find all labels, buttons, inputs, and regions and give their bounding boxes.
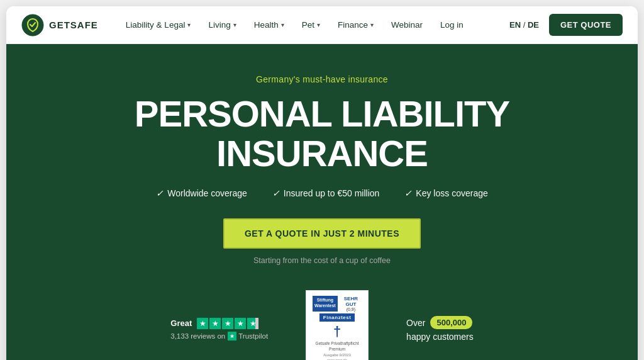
over-label: Over xyxy=(406,318,425,328)
feature-key-loss: ✓ Key loss coverage xyxy=(404,188,487,198)
cross-icon: † xyxy=(333,325,341,339)
language-toggle[interactable]: EN / DE xyxy=(509,20,539,30)
brand-name: GETSAFE xyxy=(49,20,98,30)
navbar: GETSAFE Liability & Legal ▾ Living ▾ Hea… xyxy=(6,6,638,44)
customers-top: Over 500,000 xyxy=(406,316,472,329)
stiftung-badge: StiftungWarentest SEHR GUT (0,9) Finanzt… xyxy=(306,290,369,360)
stiftung-rating: SEHR GUT (0,9) xyxy=(340,296,362,312)
nav-login[interactable]: Log in xyxy=(433,15,471,35)
get-quote-nav-button[interactable]: GET QUOTE xyxy=(549,14,623,36)
hero-tagline: Germany's must-have insurance xyxy=(256,74,388,84)
stiftung-score: (0,9) xyxy=(340,307,362,312)
chevron-down-icon: ▾ xyxy=(233,21,236,28)
star-rating: ★ ★ ★ ★ ★ xyxy=(197,318,258,329)
nav-liability[interactable]: Liability & Legal ▾ xyxy=(118,15,199,35)
check-icon: ✓ xyxy=(156,188,164,198)
chevron-down-icon: ▾ xyxy=(187,21,191,28)
chevron-down-icon: ▾ xyxy=(281,21,284,28)
star-4: ★ xyxy=(235,318,246,329)
trust-section: Great ★ ★ ★ ★ ★ 3,133 reviews on ★ Trust… xyxy=(170,290,473,360)
finanztest-badge: Finanztest xyxy=(319,313,355,322)
logo-link[interactable]: GETSAFE xyxy=(21,14,98,37)
sehr-gut-label: SEHR GUT xyxy=(340,296,362,307)
stiftung-cross: † xyxy=(333,325,341,339)
check-icon: ✓ xyxy=(272,188,280,198)
stiftung-product: Getsafe Privathaftpflicht Premium xyxy=(313,340,362,352)
star-1: ★ xyxy=(197,318,208,329)
trustpilot-icon: ★ xyxy=(228,332,236,340)
hero-top: Germany's must-have insurance PERSONAL L… xyxy=(135,74,509,198)
hero-section: Germany's must-have insurance PERSONAL L… xyxy=(6,44,638,360)
cta-subtitle: Starting from the cost of a cup of coffe… xyxy=(253,256,391,265)
page-wrapper: GETSAFE Liability & Legal ▾ Living ▾ Hea… xyxy=(6,6,638,360)
trustpilot-reviews-text: 3,133 reviews on ★ Trustpilot xyxy=(170,332,268,340)
star-2: ★ xyxy=(209,318,221,329)
trustpilot-top: Great ★ ★ ★ ★ ★ xyxy=(170,318,258,329)
customers-widget: Over 500,000 happy customers xyxy=(406,316,474,342)
customers-label: happy customers xyxy=(406,332,474,342)
nav-right: EN / DE GET QUOTE xyxy=(509,14,623,36)
chevron-down-icon: ▾ xyxy=(317,21,320,28)
nav-webinar[interactable]: Webinar xyxy=(384,15,430,35)
star-3: ★ xyxy=(222,318,233,329)
hero-title: PERSONAL LIABILITY INSURANCE xyxy=(135,94,509,173)
trustpilot-widget: Great ★ ★ ★ ★ ★ 3,133 reviews on ★ Trust… xyxy=(170,318,268,340)
nav-health[interactable]: Health ▾ xyxy=(247,15,292,35)
star-5-half: ★ xyxy=(247,318,258,329)
stiftung-ausgabe: Ausgabe 9/2023 xyxy=(323,353,351,357)
nav-living[interactable]: Living ▾ xyxy=(201,15,243,35)
hero-cta-button[interactable]: GET A QUOTE IN JUST 2 MINUTES xyxy=(223,218,421,249)
chevron-down-icon: ▾ xyxy=(370,21,374,28)
stiftung-name: StiftungWarentest xyxy=(313,296,338,312)
feature-worldwide: ✓ Worldwide coverage xyxy=(156,188,247,198)
trustpilot-logo: ★ Trustpilot xyxy=(228,332,268,340)
hero-features: ✓ Worldwide coverage ✓ Insured up to €50… xyxy=(156,188,488,198)
nav-pet[interactable]: Pet ▾ xyxy=(294,15,328,35)
hero-cta-area: GET A QUOTE IN JUST 2 MINUTES Starting f… xyxy=(223,218,421,265)
feature-insured: ✓ Insured up to €50 million xyxy=(272,188,380,198)
check-icon: ✓ xyxy=(404,188,412,198)
nav-links: Liability & Legal ▾ Living ▾ Health ▾ Pe… xyxy=(118,15,509,35)
stiftung-header: StiftungWarentest SEHR GUT (0,9) xyxy=(313,296,362,312)
customers-count: 500,000 xyxy=(430,316,472,329)
nav-finance[interactable]: Finance ▾ xyxy=(330,15,381,35)
logo-icon xyxy=(21,14,44,37)
trustpilot-rating-label: Great xyxy=(170,318,192,328)
